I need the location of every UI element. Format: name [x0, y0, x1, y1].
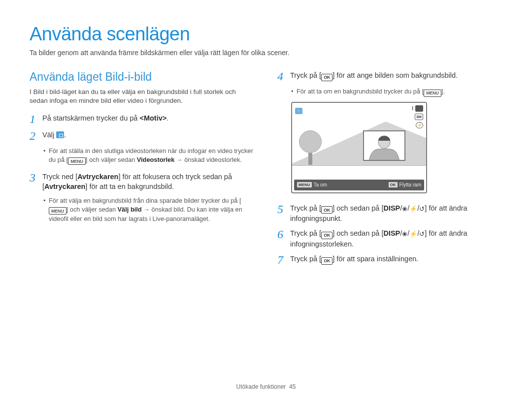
text: Tryck på [ — [290, 255, 321, 263]
step-number: 1 — [30, 113, 37, 125]
screen-viewport: ▫ I 3M ⚡ — [292, 103, 426, 173]
step-6: 6 Tryck på [OK] och sedan på [DISP/❀/⚡/↺… — [277, 228, 502, 249]
flash-icon: ⚡ — [409, 205, 417, 213]
step-number: 7 — [277, 254, 285, 266]
battery-icon — [415, 105, 423, 112]
person-icon — [364, 131, 404, 160]
step-body: På startskärmen trycker du på <Motiv>. — [42, 113, 255, 123]
text: ] för att ta en bakgrundsbild. — [85, 183, 174, 190]
resolution-icon: 3M — [415, 114, 423, 120]
picture-in-picture-icon — [56, 131, 64, 138]
page-title: Använda scenlägen — [30, 24, 502, 45]
disp-label: DISP — [383, 204, 400, 212]
text: ] och sedan på [ — [332, 204, 383, 212]
step-3-bullets: För att välja en bakgrundsbild från dina… — [30, 196, 255, 223]
ok-button-icon: OK — [321, 257, 332, 265]
section-intro: I Bild i bild-läget kan du ta eller välj… — [30, 88, 255, 105]
step-2-bullets: För att ställa in den slutliga videostor… — [30, 147, 255, 165]
menu-tag: MENU — [297, 182, 312, 187]
step-body: Tryck på [OK] och sedan på [DISP/❀/⚡/↺] … — [290, 203, 502, 224]
step-body: Tryck på [OK] för att ange bilden som ba… — [290, 70, 502, 81]
step-4: 4 Tryck på [OK] för att ange bilden som … — [277, 70, 502, 82]
flash-icon: ⚡ — [416, 122, 423, 128]
avtryckaren-label: Avtryckaren — [77, 173, 118, 181]
text: För att ta om en bakgrundsbild trycker d… — [297, 88, 424, 95]
bar-left: MENU Ta om — [297, 182, 327, 187]
text: Tryck på [ — [290, 204, 321, 212]
pip-mode-icon: ▫ — [295, 108, 302, 114]
footer-page-number: 45 — [289, 383, 296, 390]
bullet: För att ställa in den slutliga videostor… — [43, 147, 255, 165]
tree-foliage — [299, 130, 322, 153]
hud-top-right: I 3M ⚡ — [412, 105, 423, 128]
ground-line — [292, 165, 426, 166]
text: ] och väljer sedan — [86, 156, 137, 163]
inset-frame — [363, 130, 405, 161]
macro-icon: ❀ — [402, 205, 407, 213]
step-number: 3 — [30, 172, 37, 184]
screen-bottom-bar: MENU Ta om OK Flytta ram — [294, 180, 424, 190]
bullet: För att välja en bakgrundsbild från dina… — [43, 196, 255, 223]
text: ] och sedan på [ — [332, 229, 383, 237]
hud-top-left: ▫ — [295, 105, 302, 114]
text: ] och väljer sedan — [66, 206, 118, 213]
column-right: 4 Tryck på [OK] för att ange bilden som … — [277, 70, 502, 271]
section-title: Använda läget Bild-i-bild — [30, 70, 255, 84]
page-footer: Utökade funktioner 45 — [0, 383, 532, 390]
text: För att välja en bakgrundsbild från dina… — [49, 197, 241, 204]
tree-trunk — [308, 153, 312, 165]
bar-right-label: Flytta ram — [399, 182, 421, 187]
text: ] för att ange bilden som bakgrundsbild. — [332, 71, 458, 79]
step-body: Välj . — [42, 130, 255, 140]
content-columns: Använda läget Bild-i-bild I Bild i bild-… — [30, 70, 502, 271]
bar-left-label: Ta om — [314, 182, 327, 187]
column-left: Använda läget Bild-i-bild I Bild i bild-… — [30, 70, 255, 271]
text: Tryck på [ — [290, 71, 321, 79]
ok-button-icon: OK — [321, 74, 332, 81]
step-number: 2 — [30, 130, 37, 142]
menu-button-icon: MENU — [68, 157, 86, 165]
page-intro: Ta bilder genom att använda främre bilds… — [30, 49, 502, 57]
timer-icon: ↺ — [419, 205, 425, 213]
step-7: 7 Tryck på [OK] för att spara inställnin… — [277, 254, 502, 266]
avtryckaren-label: Avtryckaren — [44, 183, 85, 190]
menu-button-icon: MENU — [424, 90, 441, 97]
step-4-bullets: För att ta om en bakgrundsbild trycker d… — [277, 87, 502, 97]
step-2: 2 Välj . — [30, 130, 255, 142]
menu-button-icon: MENU — [49, 207, 66, 215]
text: ] för att spara inställningen. — [332, 255, 418, 263]
footer-section: Utökade funktioner — [236, 383, 286, 390]
text: Välj — [42, 131, 56, 139]
tree-shape — [299, 130, 322, 165]
step-3: 3 Tryck ned [Avtryckaren] för att fokuse… — [30, 172, 255, 191]
text: → önskad videostorlek. — [174, 156, 242, 163]
text: ]. — [441, 88, 445, 95]
macro-icon: ❀ — [402, 230, 407, 238]
ok-tag: OK — [389, 182, 398, 187]
camera-screen-graphic: ▫ I 3M ⚡ MENU Ta om OK Fl — [291, 102, 427, 193]
divider-icon: I — [412, 106, 413, 111]
flash-icon: ⚡ — [409, 230, 417, 238]
step-number: 6 — [277, 228, 285, 240]
text: På startskärmen trycker du på — [42, 114, 139, 122]
step-body: Tryck ned [Avtryckaren] för att fokusera… — [42, 172, 255, 191]
text: Tryck på [ — [290, 229, 321, 237]
step-body: Tryck på [OK] för att spara inställninge… — [290, 254, 502, 265]
step-number: 5 — [277, 203, 285, 215]
videostorlek-label: Videostorlek — [137, 156, 175, 163]
text: . — [166, 114, 168, 122]
ok-button-icon: OK — [321, 232, 332, 239]
step-5: 5 Tryck på [OK] och sedan på [DISP/❀/⚡/↺… — [277, 203, 502, 224]
step-1: 1 På startskärmen trycker du på <Motiv>. — [30, 113, 255, 125]
step-number: 4 — [277, 70, 285, 82]
text: Tryck ned [ — [42, 173, 77, 181]
disp-label: DISP — [383, 229, 400, 237]
ok-button-icon: OK — [321, 206, 332, 214]
bullet: För att ta om en bakgrundsbild trycker d… — [291, 87, 502, 97]
bar-right: OK Flytta ram — [389, 182, 421, 187]
step-body: Tryck på [OK] och sedan på [DISP/❀/⚡/↺] … — [290, 228, 502, 249]
timer-icon: ↺ — [419, 230, 425, 238]
motiv-label: <Motiv> — [139, 114, 166, 122]
valj-bild-label: Välj bild — [118, 206, 142, 213]
